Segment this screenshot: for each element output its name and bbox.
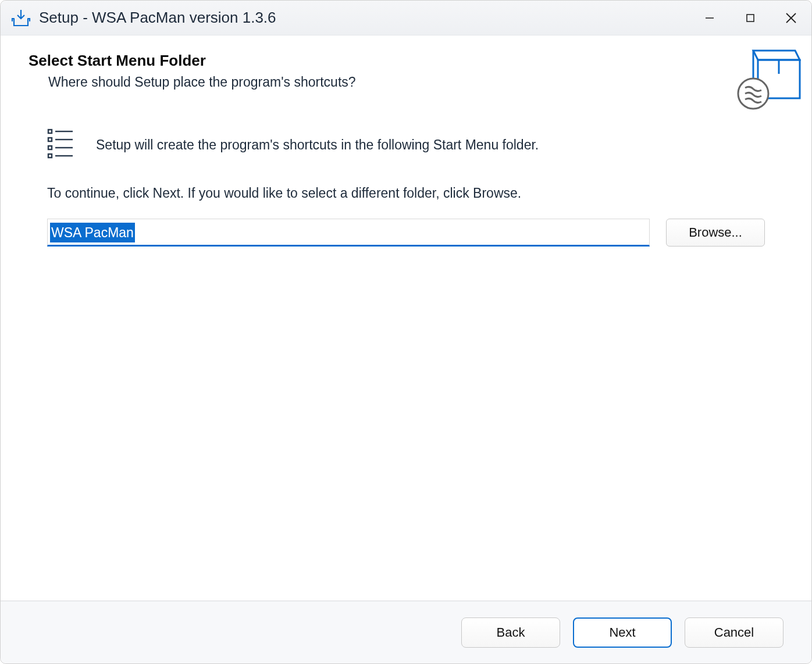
svg-rect-11 [48,130,52,133]
page-title: Select Start Menu Folder [29,52,783,70]
svg-marker-5 [753,51,800,60]
back-button[interactable]: Back [461,617,560,648]
titlebar: Setup - WSA PacMan version 1.3.6 [1,1,811,35]
svg-rect-13 [48,138,52,141]
svg-rect-2 [747,15,754,22]
start-menu-folder-input[interactable] [47,219,650,247]
installer-icon [11,8,31,28]
setup-window: Setup - WSA PacMan version 1.3.6 Select … [0,0,812,664]
package-icon [731,42,801,115]
info-row: Setup will create the program's shortcut… [47,127,765,162]
browse-button[interactable]: Browse... [666,219,765,247]
minimize-button[interactable] [689,1,730,35]
window-controls [689,1,811,35]
wizard-body: Setup will create the program's shortcut… [1,104,811,601]
svg-rect-15 [48,146,52,149]
page-subtitle: Where should Setup place the program's s… [48,74,783,90]
close-button[interactable] [771,1,811,35]
wizard-footer: Back Next Cancel [1,601,811,663]
wizard-header: Select Start Menu Folder Where should Se… [1,35,811,104]
cancel-button[interactable]: Cancel [685,617,783,648]
svg-rect-17 [48,154,52,158]
next-button[interactable]: Next [573,617,672,648]
instruction-text: To continue, click Next. If you would li… [47,185,765,201]
window-title: Setup - WSA PacMan version 1.3.6 [39,9,689,27]
maximize-button[interactable] [730,1,771,35]
folder-path-row: WSA PacMan Browse... [47,219,765,247]
info-text: Setup will create the program's shortcut… [96,137,539,153]
start-menu-list-icon [47,127,76,162]
